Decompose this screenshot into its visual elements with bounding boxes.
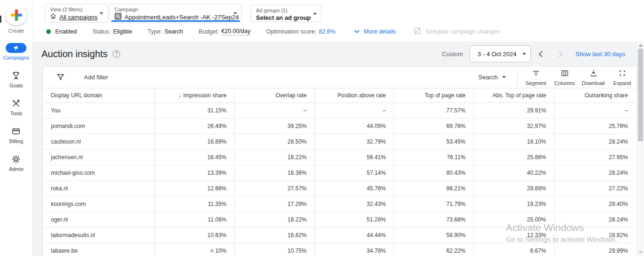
metric-cell: 28.24% — [554, 165, 644, 180]
help-icon[interactable]: ? — [113, 50, 120, 58]
table-row: castleson.nl 16.89% 28.50% 32.79% 53.45%… — [43, 134, 644, 149]
metric-cell: 28.50% — [234, 134, 314, 149]
metric-cell: 6.67% — [473, 243, 554, 256]
optimisation-score-field[interactable]: Optimisation score: 82.6% — [266, 28, 335, 35]
sidebar-item-label: Admin — [9, 166, 24, 172]
auction-insights-table: Display URL domain ↓Impression share Ove… — [43, 88, 644, 256]
columns-icon — [561, 69, 569, 79]
metric-cell: 34.78% — [314, 243, 394, 256]
metric-cell: 58.90% — [394, 227, 473, 243]
sidebar-item-label: Billing — [9, 138, 23, 144]
table-row: pomandi.com 26.49% 39.25% 44.05% 69.78% … — [43, 118, 644, 134]
metric-cell: 69.78% — [394, 118, 473, 134]
ad-group-label: Ad groups (1) — [256, 7, 309, 14]
column-header-domain[interactable]: Display URL domain — [43, 88, 155, 102]
ad-group-dropdown[interactable]: Ad groups (1) Select an ad group — [251, 5, 322, 22]
top-filter-bar: View (2 filters) All campaigns Campaign … — [33, 0, 644, 42]
domain-cell: You — [43, 102, 155, 118]
tools-icon — [11, 98, 21, 109]
add-filter-button[interactable]: Add filter — [84, 74, 108, 81]
screen-edge-artifact — [0, 16, 1, 23]
metric-cell: 28.24% — [554, 212, 644, 227]
create-button[interactable]: Create — [6, 4, 27, 34]
table-header-row: Display URL domain ↓Impression share Ove… — [43, 88, 644, 102]
show-last-30-days-link[interactable]: Show last 30 days — [575, 51, 625, 58]
metric-cell: 44.05% — [314, 118, 394, 134]
table-row: koonings.com 11.35% 17.29% 32.43% 71.79%… — [43, 196, 644, 212]
table-row: oger.nl 11.06% 18.22% 51.28% 73.68% 25.0… — [43, 212, 644, 227]
domain-cell: roka.nl — [43, 180, 155, 196]
more-details-button[interactable]: More details — [354, 28, 396, 35]
table-row: roka.nl 12.66% 27.57% 45.76% 86.21% 29.8… — [43, 180, 644, 196]
table-row: jachensen.nl 16.45% 18.22% 56.41% 76.11%… — [43, 149, 644, 165]
campaign-dropdown[interactable]: Campaign AppointmentLeads+Search -AK -27… — [109, 4, 242, 23]
simulate-disabled-icon — [413, 27, 421, 36]
sidebar-item-goals[interactable]: Goals — [9, 70, 23, 88]
campaign-label: Campaign — [115, 6, 229, 13]
table-row: labaere.be < 10% 10.75% 34.78% 62.22% 6.… — [43, 243, 644, 256]
sidebar-item-campaigns[interactable]: Campaigns — [3, 43, 30, 60]
metric-cell: 27.22% — [554, 180, 644, 196]
budget-field[interactable]: Budget: €20.00/day — [198, 28, 250, 35]
column-header-abs-top-of-page-rate[interactable]: Abs. Top of page rate — [473, 88, 554, 102]
column-header-overlap-rate[interactable]: Overlap rate — [234, 88, 314, 102]
auction-insights-card: Add filter Search Segment — [42, 66, 644, 256]
table-toolbar: Add filter Search Segment — [43, 67, 644, 88]
domain-cell: castleson.nl — [43, 134, 155, 149]
metric-cell: 73.68% — [394, 212, 473, 227]
expand-button[interactable]: Expand — [608, 69, 636, 86]
credit-card-icon — [11, 126, 21, 137]
date-mode-label: Custom — [442, 51, 463, 58]
type-field: Type: Search — [148, 28, 183, 35]
download-button[interactable]: Download — [579, 69, 608, 86]
google-ads-app: Create Campaigns Goals — [0, 0, 644, 256]
date-range-dropdown[interactable]: 3 - 4 Oct 2024 — [470, 45, 531, 62]
columns-button[interactable]: Columns — [550, 69, 579, 86]
sidebar-item-billing[interactable]: Billing — [9, 126, 23, 144]
date-range-value: 3 - 4 Oct 2024 — [478, 51, 516, 58]
metric-cell: 62.22% — [394, 243, 473, 256]
metric-cell: 10.75% — [234, 243, 314, 256]
metric-cell: 57.14% — [314, 165, 394, 180]
metric-cell: 27.95% — [554, 149, 644, 165]
column-header-outranking-share[interactable]: Outranking share — [554, 88, 644, 102]
sidebar-item-tools[interactable]: Tools — [10, 98, 23, 116]
metric-cell: 25.66% — [473, 149, 554, 165]
domain-cell: labaere.be — [43, 243, 155, 256]
column-header-impression-share[interactable]: ↓Impression share — [155, 88, 234, 102]
enabled-status: Enabled — [46, 28, 77, 35]
scrollbar-thumb[interactable] — [638, 49, 643, 141]
scroll-up-arrow-icon[interactable] — [638, 44, 643, 47]
metric-cell: 28.82% — [554, 227, 644, 243]
metric-cell: 10.63% — [155, 227, 234, 243]
scroll-down-arrow-icon[interactable] — [638, 251, 643, 254]
date-range-controls: Custom 3 - 4 Oct 2024 Show last 30 days — [442, 45, 625, 62]
column-header-position-above-rate[interactable]: Position above rate — [314, 88, 394, 102]
table-row: tailormadesuits.nl 10.63% 16.82% 44.44% … — [43, 227, 644, 243]
metric-cell: 29.40% — [554, 196, 644, 212]
campaign-status-bar: Enabled Status: Eligible Type: Search Bu… — [46, 27, 500, 36]
vertical-scrollbar[interactable] — [636, 42, 644, 256]
metric-cell: 11.06% — [155, 212, 234, 227]
create-label: Create — [8, 28, 24, 34]
sidebar-item-admin[interactable]: Admin — [9, 154, 24, 172]
filter-funnel-icon[interactable] — [57, 73, 65, 81]
metric-cell: 29.89% — [473, 180, 554, 196]
metric-cell: 11.35% — [155, 196, 234, 212]
metric-cell: 39.25% — [234, 118, 314, 134]
view-filter-dropdown[interactable]: View (2 filters) All campaigns — [45, 4, 108, 23]
page-title: Auction insights — [41, 49, 107, 60]
column-header-top-of-page-rate[interactable]: Top of page rate — [394, 88, 473, 102]
metric-cell: 18.22% — [234, 149, 314, 165]
metric-cell: 80.43% — [394, 165, 473, 180]
ad-group-value: Select an ad group — [256, 14, 311, 22]
segment-button[interactable]: Segment — [521, 69, 550, 86]
table-row: michael-giso.com 13.39% 16.36% 57.14% 80… — [43, 165, 644, 180]
metric-cell: 71.79% — [394, 196, 473, 212]
view-filter-value: All campaigns — [59, 13, 98, 21]
metric-cell: 86.21% — [394, 180, 473, 196]
search-dropdown[interactable]: Search — [479, 74, 506, 81]
chevron-down-icon — [354, 28, 360, 35]
previous-period-button[interactable] — [531, 45, 551, 62]
sidebar-item-label: Campaigns — [3, 55, 30, 60]
